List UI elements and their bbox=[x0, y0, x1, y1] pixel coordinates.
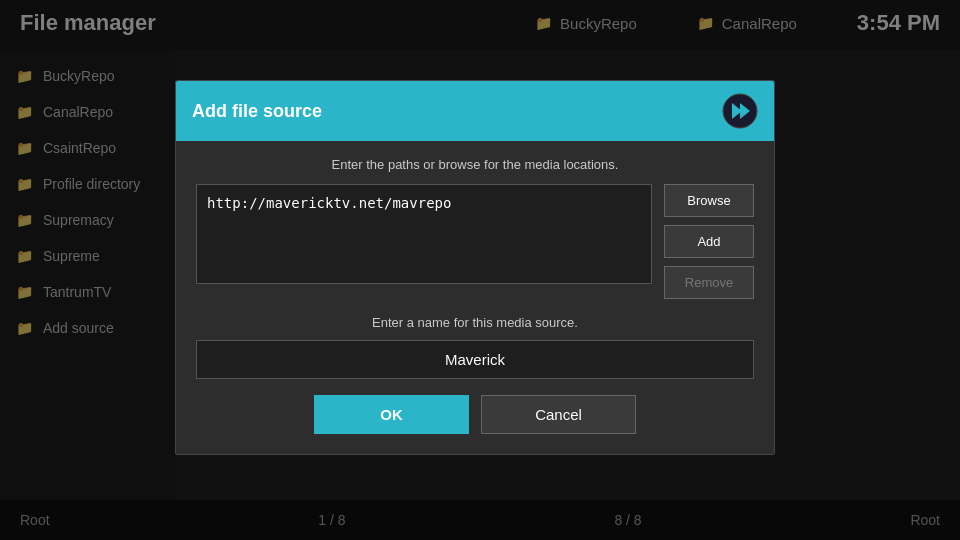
cancel-button[interactable]: Cancel bbox=[481, 395, 636, 434]
browse-button[interactable]: Browse bbox=[664, 184, 754, 217]
add-button[interactable]: Add bbox=[664, 225, 754, 258]
kodi-logo-icon bbox=[722, 93, 758, 129]
dialog-title: Add file source bbox=[192, 101, 322, 122]
dialog-action-row: OK Cancel bbox=[196, 395, 754, 434]
url-input[interactable]: http://mavericktv.net/mavrepo bbox=[196, 184, 652, 284]
remove-button[interactable]: Remove bbox=[664, 266, 754, 299]
ok-button[interactable]: OK bbox=[314, 395, 469, 434]
source-name-input[interactable] bbox=[196, 340, 754, 379]
dialog-side-buttons: Browse Add Remove bbox=[664, 184, 754, 299]
dialog-header: Add file source bbox=[176, 81, 774, 141]
dialog-instruction: Enter the paths or browse for the media … bbox=[196, 157, 754, 172]
name-instruction: Enter a name for this media source. bbox=[196, 315, 754, 330]
add-file-source-dialog: Add file source Enter the paths or brows… bbox=[175, 80, 775, 455]
dialog-input-row: http://mavericktv.net/mavrepo Browse Add… bbox=[196, 184, 754, 299]
dialog-body: Enter the paths or browse for the media … bbox=[176, 141, 774, 454]
